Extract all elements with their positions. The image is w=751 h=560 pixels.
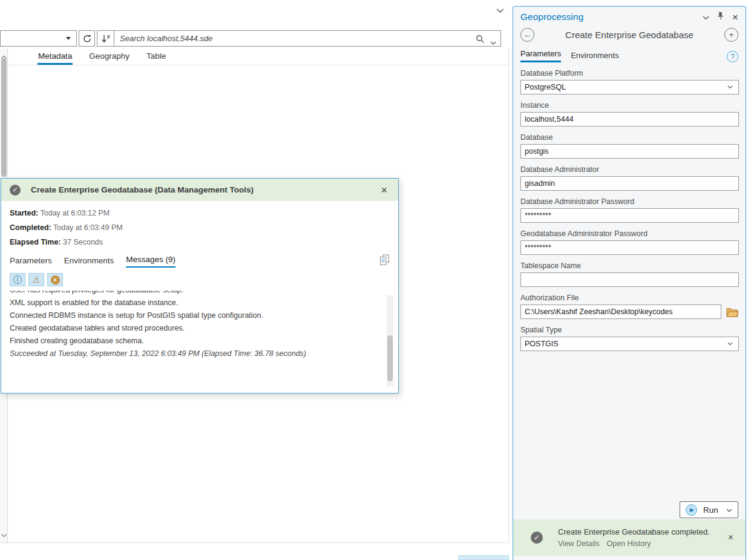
message-filters: i ⚠ ×: [1, 268, 398, 289]
elapsed-line: Elapsed Time: 37 Seconds: [10, 238, 390, 246]
folder-icon: [726, 307, 739, 317]
pin-icon[interactable]: [717, 12, 724, 22]
view-details-link[interactable]: View Details: [558, 539, 600, 548]
app-window: Metadata Geography Table ✓ Create Enterp…: [0, 0, 751, 560]
search-icon[interactable]: [476, 35, 485, 46]
tab-parameters[interactable]: Parameters: [10, 256, 52, 268]
database-platform-select[interactable]: PostgreSQL: [520, 80, 739, 94]
close-icon[interactable]: ×: [377, 183, 391, 197]
run-options-chevron-icon[interactable]: [726, 504, 732, 515]
database-input[interactable]: [520, 144, 739, 159]
open-history-link[interactable]: Open History: [607, 539, 651, 548]
parameters-form: Database Platform PostgreSQL Instance Da…: [513, 62, 746, 351]
authorization-file-input[interactable]: [520, 305, 721, 319]
spatial-type-select[interactable]: POSTGIS: [520, 337, 739, 351]
field-label: Database Administrator: [520, 165, 739, 174]
browse-button[interactable]: [726, 307, 739, 317]
tool-nav: ← Create Enterprise Geodatabase +: [513, 24, 746, 43]
search-chevron-icon[interactable]: [490, 37, 496, 48]
chevron-down-icon: [66, 37, 71, 40]
field-label: Database: [520, 133, 739, 142]
log-line: Created geodatabase tables and stored pr…: [10, 322, 378, 335]
field-instance: Instance: [520, 101, 739, 127]
started-value: Today at 6:03:12 PM: [40, 209, 110, 217]
field-spatial-type: Spatial Type POSTGIS: [520, 326, 739, 351]
log-line: Finished creating geodatabase schema.: [10, 335, 378, 348]
elapsed-label: Elapsed Time:: [10, 238, 61, 246]
field-label: Spatial Type: [520, 326, 739, 334]
dismiss-notification-icon[interactable]: ×: [724, 532, 737, 544]
notification-message: Create Enterprise Geodatabase completed.: [558, 527, 710, 536]
field-tablespace-name: Tablespace Name: [520, 262, 739, 287]
sort-button[interactable]: [97, 30, 114, 47]
scrollbar-thumb[interactable]: [1, 58, 7, 177]
content-bottom-divider: [0, 542, 510, 543]
add-to-model-button[interactable]: +: [724, 28, 738, 42]
field-label: Database Platform: [520, 69, 739, 77]
completion-notification: ✓ Create Enterprise Geodatabase complete…: [513, 519, 746, 556]
gdb-admin-password-input[interactable]: [520, 240, 739, 255]
copy-messages-button[interactable]: [379, 254, 390, 268]
selected-value: POSTGIS: [525, 340, 559, 348]
success-check-icon: ✓: [531, 532, 543, 544]
refresh-icon: [82, 34, 92, 44]
success-check-icon: ✓: [10, 185, 21, 196]
field-label: Geodatabase Administrator Password: [520, 229, 739, 238]
scroll-down-icon[interactable]: [1, 529, 7, 540]
tab-environments[interactable]: Environments: [571, 51, 618, 62]
completed-value: Today at 6:03:49 PM: [53, 223, 123, 232]
search-input[interactable]: [114, 31, 500, 46]
run-button[interactable]: ▶ Run: [680, 501, 738, 518]
field-authorization-file: Authorization File: [520, 294, 739, 319]
info-filter-button[interactable]: i: [10, 273, 25, 286]
tool-title: Create Enterprise Geodatabase: [534, 30, 724, 40]
field-label: Tablespace Name: [520, 262, 739, 270]
run-label: Run: [703, 506, 718, 515]
back-button[interactable]: ←: [520, 28, 534, 42]
back-arrow-icon: ←: [523, 30, 531, 39]
search-box: [114, 30, 501, 47]
pane-header: Geoprocessing ×: [513, 7, 746, 24]
collapse-chevron-icon[interactable]: [496, 5, 504, 16]
field-label: Authorization File: [520, 294, 739, 302]
field-label: Instance: [520, 101, 739, 110]
tablespace-name-input[interactable]: [520, 272, 739, 287]
tab-environments[interactable]: Environments: [64, 256, 114, 268]
error-filter-button[interactable]: ×: [47, 273, 63, 286]
field-label: Database Administrator Password: [520, 197, 739, 206]
tool-result-dialog: ✓ Create Enterprise Geodatabase (Data Ma…: [1, 178, 399, 394]
succeeded-line: Succeeded at Tuesday, September 13, 2022…: [10, 348, 378, 360]
tab-geography[interactable]: Geography: [88, 50, 130, 65]
dialog-title: Create Enterprise Geodatabase (Data Mana…: [31, 185, 254, 194]
elapsed-value: 37 Seconds: [63, 238, 103, 246]
docked-pane-edge: [458, 555, 509, 560]
tab-metadata[interactable]: Metadata: [38, 50, 73, 65]
field-gdb-admin-password: Geodatabase Administrator Password: [520, 229, 739, 255]
tab-table[interactable]: Table: [146, 50, 166, 65]
dba-password-input[interactable]: [520, 208, 739, 223]
dialog-tabs: Parameters Environments Messages (9): [1, 252, 398, 268]
database-administrator-input[interactable]: [520, 176, 739, 191]
started-label: Started:: [10, 209, 38, 217]
selected-value: PostgreSQL: [525, 83, 566, 91]
path-combobox[interactable]: [0, 30, 77, 47]
tab-parameters[interactable]: Parameters: [520, 49, 561, 62]
refresh-button[interactable]: [79, 30, 95, 47]
warning-filter-button[interactable]: ⚠: [28, 273, 44, 286]
instance-input[interactable]: [520, 112, 739, 127]
warning-icon: ⚠: [33, 275, 41, 284]
play-icon: ▶: [686, 504, 697, 516]
field-dba-password: Database Administrator Password: [520, 197, 739, 223]
tabs-divider: [8, 65, 508, 65]
question-icon: ?: [730, 53, 735, 61]
scrollbar-thumb[interactable]: [387, 335, 393, 381]
messages-scrollbar[interactable]: [387, 295, 393, 386]
view-tabs: Metadata Geography Table: [8, 50, 508, 65]
close-icon[interactable]: ×: [732, 12, 738, 22]
tab-messages[interactable]: Messages (9): [126, 255, 175, 268]
copy-icon: [379, 254, 390, 266]
messages-log[interactable]: User has required privileges for geodata…: [10, 291, 378, 381]
plus-icon: +: [729, 30, 734, 39]
pane-menu-chevron-icon[interactable]: [703, 12, 709, 22]
help-button[interactable]: ?: [727, 51, 738, 62]
